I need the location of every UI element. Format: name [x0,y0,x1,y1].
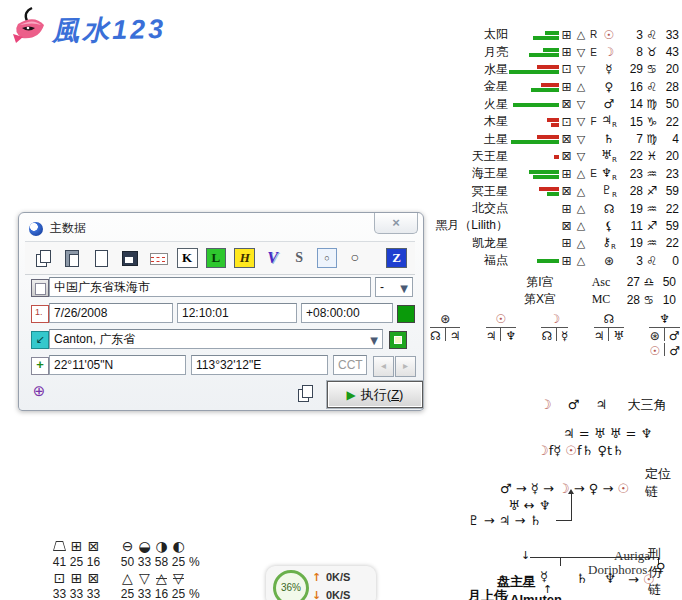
stat-value: 25 [68,555,85,569]
chain-connector-v [571,494,572,521]
stat-shape: ◒ [136,538,153,554]
stat-circles: ⊖◒◑◐ [119,538,187,554]
stat-value: 25 [170,587,187,600]
app-window: 風水123 太阳⊞△R☉3♌33月亮⊞▽E☽8♉43水星⊡▽☿29♋20金星⊞△… [0,0,682,600]
stat-shape: ⊞ [68,538,85,554]
copy-data-icon[interactable] [295,383,316,403]
stat-value: 41 [51,555,68,569]
longitude-input[interactable]: 113°32'12"E [191,355,328,375]
city-row: 中国广东省珠海市 - ▼ [19,277,423,299]
stat-value: 50 [119,555,136,569]
stat-value: 33 [85,587,102,600]
equals-line: ♃ = ♅ ♅ = ♆ [563,426,652,441]
house-rows: 第I宫Asc27♎50第X宫MC28♋10 [424,273,680,308]
dispositor-chain-uranus: ♅ ↔ ♆ [508,498,550,513]
latitude-input[interactable]: 22°11'05"N [49,355,186,375]
place-combobox[interactable]: Canton, 广东省 ▼ [49,329,383,349]
overlay-sun-arrow: → ☉ [628,572,655,587]
midpoint-tree: ☊♃♅ [594,312,625,358]
stat-value: 25 [170,555,187,569]
place-row: ↙ Canton, 广东省 ▼ [19,329,423,351]
stat-shape: ⊠ [85,570,102,586]
planet-rows: 太阳⊞△R☉3♌33月亮⊞▽E☽8♉43水星⊡▽☿29♋20金星⊞△♀16♌28… [424,26,680,269]
stat-shapes-2: ⊡⊞⊠ [51,570,102,586]
new-button[interactable] [91,248,112,268]
timezone-input[interactable]: +08:00:00 [301,303,393,323]
city-dropdown[interactable]: - ▼ [375,277,413,297]
planet-row: 月亮⊞▽E☽8♉43 [424,43,680,60]
bracket-down-icon: ↓ [521,549,530,562]
stat-shape: ⊡ [51,570,68,586]
percent-sign: % [189,555,200,569]
stat-tri-vals: 25331625% [119,587,200,600]
city-icon [31,279,49,297]
stat-value: 16 [85,555,102,569]
stat-circle-vals: 50335825% [119,555,200,569]
l-mode-button[interactable]: L [206,248,227,268]
dialog-bottom-row: ⊕ ▶ 执行(Z) [19,381,423,407]
planet-row: 福点⊞△⊛3♌0 [424,252,680,269]
stat-shape: ◑ [153,538,170,554]
midpoint-tree: ☉♃♆ [486,312,517,358]
stat-shape: ▽ [170,570,187,586]
stat-value: 33 [136,555,153,569]
close-button[interactable]: × [374,213,418,234]
city-dropdown-value: - [380,280,384,294]
dialog-titlebar: 主数据 [29,220,86,237]
date-input[interactable]: 7/26/2008 [49,303,173,323]
city-input[interactable]: 中国广东省珠海市 [49,277,371,297]
save-button[interactable] [119,248,140,268]
timezone-ok-button[interactable] [397,305,415,323]
midpoint-tree: ⊛☊♃ [430,312,460,358]
download-speed: 0K/S [326,589,350,600]
overlay-saturn-glyph: ♄ [576,571,588,586]
planet-row: 黑月（Lilith）⊠△⚸11♐59 [424,217,680,234]
z-mode-button[interactable]: Z [386,248,407,268]
download-arrow-icon: ↓ [312,589,321,600]
planet-row: 金星⊞△♀16♌28 [424,78,680,95]
planet-row: 冥王星⊠△♇R28♐59 [424,183,680,200]
overlay-up-arrow-icon: ↑ [543,583,552,596]
place-value: Canton, 广东省 [54,332,135,346]
big-circle-button[interactable]: ○ [345,249,364,267]
time-input[interactable]: 12:10:01 [177,303,297,323]
small-circle-button[interactable]: ○ [317,248,338,268]
speed-gauge-widget[interactable]: 36% ↑ 0K/S ↓ 0K/S [266,566,376,600]
planet-row: 火星⊠▽♂14♍50 [424,96,680,113]
planet-row: 北交点⊞△☊19♒22 [424,200,680,217]
next-button[interactable]: ▸ [395,356,416,377]
s-mode-button[interactable]: S [290,249,309,267]
planet-row: 水星⊡▽☿29♋20 [424,61,680,78]
paste-button[interactable] [62,248,83,268]
stat-value: 25 [119,587,136,600]
copy-button[interactable] [33,248,54,268]
app-icon [29,222,43,236]
calendar-icon [31,305,49,323]
stat-value: 33 [136,587,153,600]
globe-icon: ⊕ [31,383,47,399]
midpoint-tree: ☽☊☿ [541,312,568,358]
tz-abbr-field[interactable]: CCT [333,355,367,375]
table-button[interactable] [148,248,169,268]
coordinates-icon: + [31,357,49,375]
stat-shape: ▽ [136,570,153,586]
run-button[interactable]: ▶ 执行(Z) [327,381,423,408]
h-mode-button[interactable]: H [234,248,255,268]
dispositor-chain-main: ♂ → ☿ → ☽ → ♀ → ☉ [500,481,629,496]
planet-row: 凯龙星⊞△⚷R19♒22 [424,235,680,252]
bracket-tick [560,557,561,566]
grand-trine-line: ☽ ♂ ♃ 大三角 [540,396,666,414]
main-data-dialog: 主数据 × KLHVS○○Z 中国广东省珠海市 - ▼ 7/26/2008 12… [18,212,424,411]
prev-button[interactable]: ◂ [373,356,394,377]
planet-row: 太阳⊞△R☉3♌33 [424,26,680,43]
stat-shapes-1: ⊞⊠ [51,538,102,554]
k-mode-button[interactable]: K [177,248,198,268]
ft-line: ☽f☿ ☉f♄ ♀t♄ [537,443,624,458]
chevron-down-icon: ▼ [400,280,408,297]
stat-shape: ⊞ [68,570,85,586]
doriphoros-glyph: ♀ [656,560,666,575]
upload-speed: 0K/S [326,571,350,583]
v-check-button[interactable]: V [263,249,282,267]
coords-row: + 22°11'05"N 113°32'12"E CCT ◂ ▸ [19,355,423,377]
map-button[interactable] [389,331,407,349]
